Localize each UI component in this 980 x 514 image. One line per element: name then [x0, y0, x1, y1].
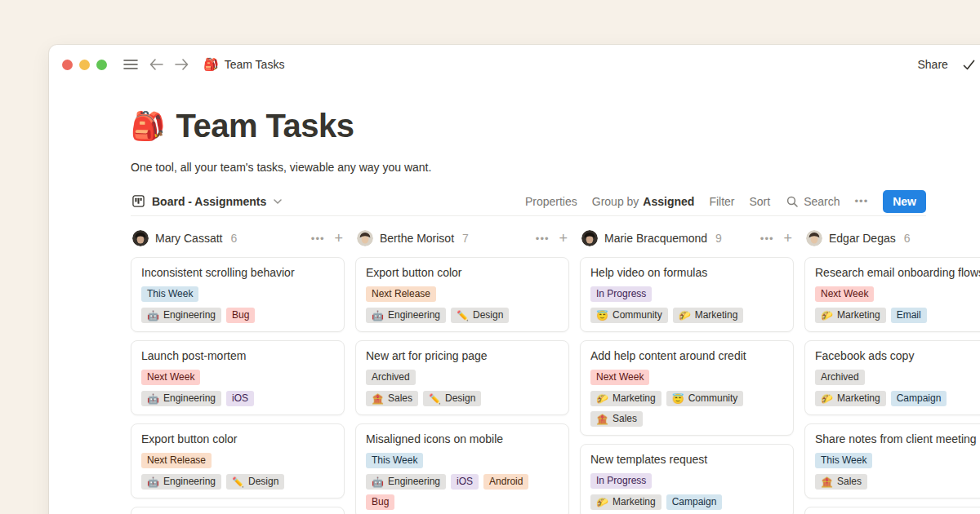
updates-button[interactable]: Updates [961, 58, 980, 72]
marketing-icon: 🌮 [596, 498, 608, 507]
status-tag: Next Week [590, 370, 649, 385]
tag: ✏️Design [451, 308, 509, 323]
tag: 🌮Marketing [815, 308, 886, 323]
close-window-button[interactable] [62, 60, 73, 70]
task-card[interactable]: New templates requestIn Progress🌮Marketi… [580, 444, 794, 514]
tag: Bug [366, 494, 394, 510]
status-tag: This Week [366, 453, 423, 468]
view-toolbar-actions: Properties Group by Assigned Filter Sort… [525, 190, 926, 213]
column-add-icon[interactable]: + [334, 233, 343, 244]
task-card[interactable]: Facebook ads copyArchived🌮MarketingCampa… [804, 340, 980, 415]
task-title: Help video on formulas [590, 266, 783, 280]
tag-label: iOS [232, 392, 248, 405]
page-icon[interactable]: 🎒 [131, 107, 165, 144]
view-tab-label: Board - Assignments [152, 195, 266, 208]
status-row: Archived [815, 370, 980, 385]
task-title: New art for pricing page [366, 349, 559, 363]
marketing-icon: 🌮 [596, 394, 608, 404]
avatar [357, 230, 373, 246]
back-icon[interactable] [148, 57, 165, 72]
tag-row: 🤖Engineering✏️Design [141, 474, 334, 490]
group-by-button[interactable]: Group by Assigned [592, 195, 695, 208]
column-more-icon[interactable]: ••• [760, 233, 774, 245]
column-add-icon[interactable]: + [783, 233, 792, 244]
menu-icon[interactable] [122, 57, 140, 72]
column-title: Berthe Morisot [380, 232, 454, 245]
filter-button[interactable]: Filter [709, 195, 734, 208]
group-by-value: Assigned [643, 195, 694, 208]
sort-button[interactable]: Sort [750, 195, 771, 208]
toolbar-more-icon[interactable]: ••• [855, 195, 869, 207]
properties-button[interactable]: Properties [525, 195, 577, 208]
new-button[interactable]: New [883, 190, 926, 213]
tag-label: Engineering [163, 392, 216, 405]
check-icon [961, 58, 977, 72]
tag-label: iOS [457, 475, 473, 489]
task-title: Inconsistent scrolling behavior [141, 266, 334, 280]
zoom-window-button[interactable] [96, 60, 107, 70]
avatar [132, 230, 149, 246]
tag: 🌮Marketing [815, 391, 886, 406]
task-card[interactable]: Export button colorNext Release🤖Engineer… [355, 257, 569, 332]
task-title: New templates request [590, 453, 783, 467]
status-row: Next Week [590, 370, 783, 385]
task-title: Share notes from client meeting [815, 432, 980, 446]
page-header: 🎒 Team Tasks [131, 107, 926, 144]
tag-label: Design [445, 392, 475, 405]
task-card[interactable]: Export button colorNext Release🤖Engineer… [131, 423, 345, 498]
tag: 🤖Engineering [366, 308, 446, 323]
column-add-icon[interactable]: + [559, 233, 568, 244]
group-by-label: Group by [592, 195, 639, 208]
column-title: Mary Cassatt [155, 232, 222, 245]
tag-row: 🤖EngineeringiOS [141, 391, 334, 406]
tag-label: Engineering [388, 308, 440, 322]
status-row: Next Week [141, 370, 334, 385]
column-more-icon[interactable]: ••• [311, 233, 325, 245]
task-card[interactable]: Sales email templatesNext Week [804, 507, 980, 514]
breadcrumb[interactable]: 🎒 Team Tasks [203, 57, 284, 72]
tag-row: 🌮Marketing😇Community🏦Sales [590, 391, 783, 427]
task-card[interactable]: Research email onboarding flowsNext Week… [804, 257, 980, 332]
view-tab-board[interactable]: Board - Assignments [131, 193, 283, 209]
task-card[interactable]: Add help content around creditNext Week🌮… [580, 340, 794, 436]
column-count: 6 [904, 232, 911, 245]
status-tag: In Progress [590, 473, 652, 489]
tag-label: In Progress [596, 287, 646, 301]
tag-label: Marketing [695, 308, 738, 322]
tag-label: Android [489, 475, 523, 489]
task-card[interactable]: Help video on formulasIn Progress😇Commun… [580, 257, 794, 332]
status-tag: This Week [141, 286, 198, 302]
column-count: 6 [230, 232, 237, 245]
minimize-window-button[interactable] [79, 60, 90, 70]
task-card[interactable]: Share notes from client meetingThis Week… [804, 423, 980, 498]
status-row: This Week [815, 453, 980, 468]
tag-label: Next Release [372, 287, 430, 301]
tag-label: Marketing [612, 392, 656, 405]
tag-label: Community [612, 308, 662, 322]
column-header: Mary Cassatt6•••+ [131, 229, 345, 247]
tag: 🌮Marketing [590, 494, 662, 510]
sales-icon: 🏦 [821, 477, 833, 487]
tag-label: Archived [821, 370, 859, 384]
design-icon: ✏️ [429, 394, 441, 404]
doc-title: Team Tasks [225, 58, 285, 71]
task-card[interactable]: New navigation behaviorThis Week🤖Enginee… [131, 507, 345, 514]
status-row: Next Release [366, 286, 559, 302]
tag-row: 🤖Engineering✏️Design [366, 308, 559, 323]
forward-icon[interactable] [173, 57, 190, 72]
column-more-icon[interactable]: ••• [536, 233, 550, 245]
task-card[interactable]: Inconsistent scrolling behaviorThis Week… [131, 257, 345, 332]
tag: Android [483, 474, 528, 490]
share-button[interactable]: Share [917, 58, 947, 71]
task-card[interactable]: Misaligned icons on mobileThis Week🤖Engi… [355, 423, 569, 514]
doc-icon: 🎒 [203, 57, 219, 72]
tag-row: 😇Community🌮Marketing [590, 308, 783, 323]
window-titlebar: 🎒 Team Tasks Share Updates [49, 45, 980, 84]
task-card[interactable]: Launch post-mortemNext Week🤖Engineeringi… [131, 340, 345, 415]
board-column: Mary Cassatt6•••+Inconsistent scrolling … [131, 229, 345, 514]
task-card[interactable]: New art for pricing pageArchived🏦Sales✏️… [355, 340, 569, 415]
status-row: In Progress [590, 473, 783, 489]
tag-label: Engineering [163, 308, 216, 322]
column-header: Edgar Degas6•••+ [804, 229, 980, 247]
search-button[interactable]: Search [785, 194, 840, 209]
